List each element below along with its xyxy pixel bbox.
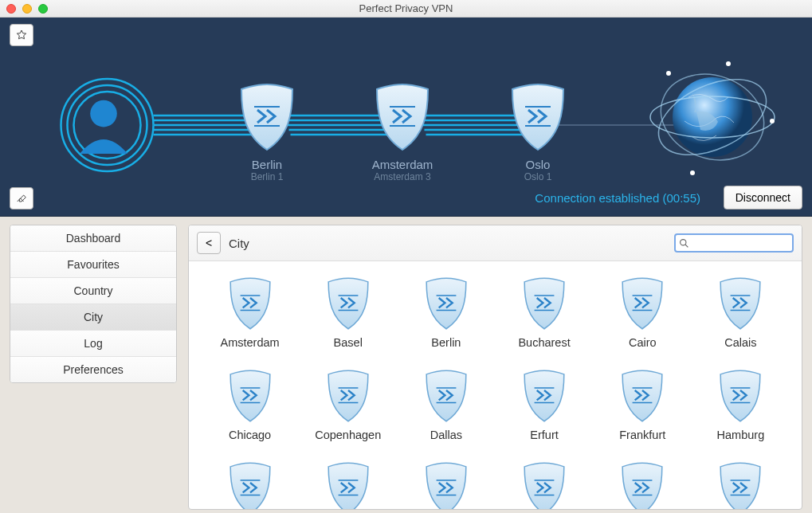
close-window-button[interactable] bbox=[6, 4, 16, 14]
shield-icon bbox=[618, 276, 667, 331]
maximize-window-button[interactable] bbox=[38, 4, 48, 14]
clear-route-button[interactable] bbox=[10, 187, 33, 210]
svg-point-17 bbox=[726, 61, 731, 66]
city-item[interactable]: Hamburg bbox=[696, 368, 786, 441]
back-button[interactable]: < bbox=[197, 232, 221, 254]
hop-1[interactable]: Berlin Berlin 1 bbox=[235, 81, 299, 182]
hop-sublabel: Oslo 1 bbox=[506, 171, 570, 182]
city-label: Frankfurt bbox=[598, 429, 688, 441]
user-node bbox=[56, 77, 151, 173]
city-item[interactable]: Amsterdam bbox=[205, 276, 295, 349]
city-item[interactable]: Cairo bbox=[598, 276, 688, 349]
city-label: Basel bbox=[303, 336, 393, 349]
user-icon bbox=[56, 77, 151, 173]
svg-point-4 bbox=[90, 100, 117, 127]
city-label: Amsterdam bbox=[205, 336, 295, 349]
city-label: Erfurt bbox=[499, 429, 589, 441]
shield-icon bbox=[422, 460, 471, 509]
disconnect-button[interactable]: Disconnect bbox=[724, 186, 802, 210]
hop-label: Amsterdam bbox=[371, 158, 434, 171]
city-item[interactable]: Chicago bbox=[205, 368, 295, 441]
shield-icon bbox=[520, 276, 569, 331]
shield-icon bbox=[520, 368, 569, 424]
city-label: Bucharest bbox=[499, 336, 589, 349]
svg-point-15 bbox=[666, 71, 671, 76]
hop-3[interactable]: Oslo Oslo 1 bbox=[506, 81, 570, 182]
sidebar-item-log[interactable]: Log bbox=[10, 331, 176, 357]
minimize-window-button[interactable] bbox=[22, 4, 32, 14]
favourite-button[interactable] bbox=[10, 24, 33, 46]
city-label: Dallas bbox=[401, 429, 491, 441]
city-label: Hamburg bbox=[696, 429, 786, 441]
hop-sublabel: Amsterdam 3 bbox=[371, 171, 434, 182]
sidebar-list: Dashboard Favourites Country City Log Pr… bbox=[10, 225, 177, 383]
shield-icon bbox=[618, 368, 667, 424]
city-item[interactable]: Calais bbox=[696, 276, 786, 349]
hop-label: Oslo bbox=[506, 158, 570, 171]
sidebar-item-preferences[interactable]: Preferences bbox=[10, 357, 176, 382]
city-label: Berlin bbox=[401, 336, 491, 349]
city-item[interactable] bbox=[598, 460, 688, 509]
shield-icon bbox=[324, 368, 373, 424]
shield-icon bbox=[618, 460, 667, 509]
city-label: Copenhagen bbox=[303, 429, 393, 441]
shield-icon bbox=[371, 81, 434, 153]
traffic-lights bbox=[6, 4, 48, 14]
city-item[interactable] bbox=[499, 460, 589, 509]
globe-icon bbox=[645, 49, 780, 185]
svg-point-16 bbox=[770, 119, 775, 123]
breadcrumb: City bbox=[229, 237, 249, 250]
city-item[interactable]: Copenhagen bbox=[303, 368, 393, 441]
city-item[interactable]: Basel bbox=[303, 276, 393, 349]
shield-icon bbox=[506, 81, 570, 153]
city-item[interactable]: Erfurt bbox=[499, 368, 589, 441]
hop-label: Berlin bbox=[235, 158, 299, 171]
globe-node bbox=[645, 49, 780, 185]
hop-sublabel: Berlin 1 bbox=[235, 171, 299, 182]
shield-icon bbox=[324, 276, 373, 331]
city-item[interactable] bbox=[303, 460, 393, 509]
sidebar-item-country[interactable]: Country bbox=[10, 278, 176, 304]
shield-icon bbox=[235, 81, 299, 153]
route-diagram: Berlin Berlin 1 Amsterdam Amsterdam 3 Os… bbox=[48, 57, 780, 193]
city-grid[interactable]: AmsterdamBaselBerlinBucharestCairoCalais… bbox=[189, 261, 802, 509]
city-item[interactable]: Bucharest bbox=[499, 276, 589, 349]
shield-icon bbox=[226, 460, 275, 509]
shield-icon bbox=[422, 276, 471, 331]
search-input[interactable] bbox=[691, 237, 789, 249]
city-label: Cairo bbox=[598, 336, 688, 349]
shield-icon bbox=[716, 276, 765, 331]
sidebar-item-city[interactable]: City bbox=[10, 304, 176, 331]
connection-banner: Berlin Berlin 1 Amsterdam Amsterdam 3 Os… bbox=[0, 18, 812, 217]
shield-icon bbox=[716, 368, 765, 424]
sidebar-item-favourites[interactable]: Favourites bbox=[10, 252, 176, 278]
city-item[interactable] bbox=[205, 460, 295, 509]
shield-icon bbox=[716, 460, 765, 509]
city-item[interactable]: Berlin bbox=[401, 276, 491, 349]
star-icon bbox=[15, 29, 28, 41]
svg-point-19 bbox=[681, 239, 686, 245]
shield-icon bbox=[520, 460, 569, 509]
shield-icon bbox=[226, 368, 275, 424]
shield-icon bbox=[422, 368, 471, 424]
main-header: < City bbox=[189, 225, 802, 261]
eraser-icon bbox=[15, 192, 28, 205]
main-panel: < City AmsterdamBaselBerlinBucharestCair… bbox=[188, 225, 802, 510]
window-titlebar: Perfect Privacy VPN bbox=[0, 0, 812, 18]
svg-line-20 bbox=[685, 245, 688, 247]
sidebar-item-dashboard[interactable]: Dashboard bbox=[10, 225, 176, 252]
window-title: Perfect Privacy VPN bbox=[359, 2, 453, 14]
hop-2[interactable]: Amsterdam Amsterdam 3 bbox=[371, 81, 434, 182]
connection-status: Connection established (00:55) bbox=[535, 191, 700, 205]
sidebar: Dashboard Favourites Country City Log Pr… bbox=[10, 225, 177, 510]
city-label: Calais bbox=[696, 336, 786, 349]
city-item[interactable] bbox=[401, 460, 491, 509]
svg-point-18 bbox=[690, 170, 695, 175]
shield-icon bbox=[324, 460, 373, 509]
search-box[interactable] bbox=[674, 233, 794, 253]
search-icon bbox=[679, 238, 689, 249]
city-item[interactable]: Frankfurt bbox=[598, 368, 688, 441]
city-item[interactable]: Dallas bbox=[401, 368, 491, 441]
city-item[interactable] bbox=[696, 460, 786, 509]
content-area: Dashboard Favourites Country City Log Pr… bbox=[0, 217, 812, 510]
